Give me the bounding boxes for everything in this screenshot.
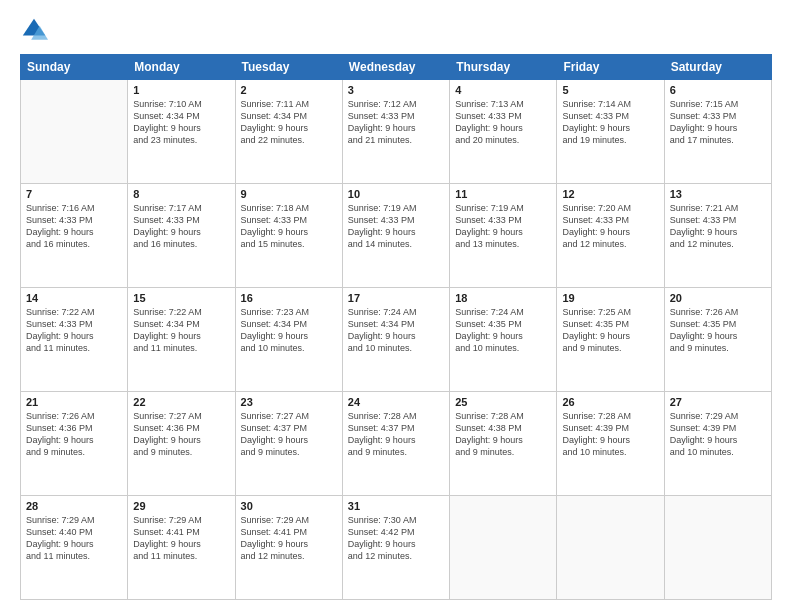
cell-info-text: Sunrise: 7:28 AM Sunset: 4:38 PM Dayligh… [455, 410, 551, 459]
cell-date-number: 10 [348, 188, 444, 200]
cell-info-text: Sunrise: 7:12 AM Sunset: 4:33 PM Dayligh… [348, 98, 444, 147]
calendar-cell: 13Sunrise: 7:21 AM Sunset: 4:33 PM Dayli… [664, 184, 771, 288]
cell-info-text: Sunrise: 7:14 AM Sunset: 4:33 PM Dayligh… [562, 98, 658, 147]
cell-date-number: 4 [455, 84, 551, 96]
cell-date-number: 21 [26, 396, 122, 408]
cell-date-number: 7 [26, 188, 122, 200]
calendar-cell: 8Sunrise: 7:17 AM Sunset: 4:33 PM Daylig… [128, 184, 235, 288]
calendar-cell: 25Sunrise: 7:28 AM Sunset: 4:38 PM Dayli… [450, 392, 557, 496]
cell-info-text: Sunrise: 7:13 AM Sunset: 4:33 PM Dayligh… [455, 98, 551, 147]
calendar-cell: 30Sunrise: 7:29 AM Sunset: 4:41 PM Dayli… [235, 496, 342, 600]
weekday-header-row: SundayMondayTuesdayWednesdayThursdayFrid… [21, 55, 772, 80]
cell-info-text: Sunrise: 7:19 AM Sunset: 4:33 PM Dayligh… [348, 202, 444, 251]
cell-info-text: Sunrise: 7:26 AM Sunset: 4:35 PM Dayligh… [670, 306, 766, 355]
header [20, 16, 772, 44]
cell-date-number: 18 [455, 292, 551, 304]
calendar-cell: 12Sunrise: 7:20 AM Sunset: 4:33 PM Dayli… [557, 184, 664, 288]
calendar-cell [557, 496, 664, 600]
cell-date-number: 29 [133, 500, 229, 512]
calendar-cell: 2Sunrise: 7:11 AM Sunset: 4:34 PM Daylig… [235, 80, 342, 184]
calendar-cell: 24Sunrise: 7:28 AM Sunset: 4:37 PM Dayli… [342, 392, 449, 496]
calendar-cell: 6Sunrise: 7:15 AM Sunset: 4:33 PM Daylig… [664, 80, 771, 184]
weekday-header-tuesday: Tuesday [235, 55, 342, 80]
calendar-cell: 21Sunrise: 7:26 AM Sunset: 4:36 PM Dayli… [21, 392, 128, 496]
cell-date-number: 16 [241, 292, 337, 304]
cell-info-text: Sunrise: 7:29 AM Sunset: 4:39 PM Dayligh… [670, 410, 766, 459]
calendar-cell: 17Sunrise: 7:24 AM Sunset: 4:34 PM Dayli… [342, 288, 449, 392]
cell-date-number: 5 [562, 84, 658, 96]
cell-info-text: Sunrise: 7:29 AM Sunset: 4:41 PM Dayligh… [133, 514, 229, 563]
cell-info-text: Sunrise: 7:23 AM Sunset: 4:34 PM Dayligh… [241, 306, 337, 355]
cell-info-text: Sunrise: 7:28 AM Sunset: 4:37 PM Dayligh… [348, 410, 444, 459]
cell-date-number: 12 [562, 188, 658, 200]
cell-date-number: 23 [241, 396, 337, 408]
calendar-cell: 20Sunrise: 7:26 AM Sunset: 4:35 PM Dayli… [664, 288, 771, 392]
cell-info-text: Sunrise: 7:22 AM Sunset: 4:33 PM Dayligh… [26, 306, 122, 355]
cell-info-text: Sunrise: 7:19 AM Sunset: 4:33 PM Dayligh… [455, 202, 551, 251]
calendar-week-row: 1Sunrise: 7:10 AM Sunset: 4:34 PM Daylig… [21, 80, 772, 184]
cell-info-text: Sunrise: 7:18 AM Sunset: 4:33 PM Dayligh… [241, 202, 337, 251]
calendar-cell: 16Sunrise: 7:23 AM Sunset: 4:34 PM Dayli… [235, 288, 342, 392]
cell-date-number: 6 [670, 84, 766, 96]
page: SundayMondayTuesdayWednesdayThursdayFrid… [0, 0, 792, 612]
calendar-cell [450, 496, 557, 600]
cell-date-number: 1 [133, 84, 229, 96]
cell-info-text: Sunrise: 7:20 AM Sunset: 4:33 PM Dayligh… [562, 202, 658, 251]
cell-date-number: 31 [348, 500, 444, 512]
cell-date-number: 25 [455, 396, 551, 408]
calendar-cell: 19Sunrise: 7:25 AM Sunset: 4:35 PM Dayli… [557, 288, 664, 392]
cell-info-text: Sunrise: 7:27 AM Sunset: 4:37 PM Dayligh… [241, 410, 337, 459]
calendar-cell [664, 496, 771, 600]
cell-info-text: Sunrise: 7:26 AM Sunset: 4:36 PM Dayligh… [26, 410, 122, 459]
cell-info-text: Sunrise: 7:24 AM Sunset: 4:35 PM Dayligh… [455, 306, 551, 355]
weekday-header-thursday: Thursday [450, 55, 557, 80]
calendar-cell: 18Sunrise: 7:24 AM Sunset: 4:35 PM Dayli… [450, 288, 557, 392]
cell-info-text: Sunrise: 7:10 AM Sunset: 4:34 PM Dayligh… [133, 98, 229, 147]
weekday-header-sunday: Sunday [21, 55, 128, 80]
calendar-cell: 4Sunrise: 7:13 AM Sunset: 4:33 PM Daylig… [450, 80, 557, 184]
calendar-cell: 22Sunrise: 7:27 AM Sunset: 4:36 PM Dayli… [128, 392, 235, 496]
logo [20, 16, 52, 44]
cell-info-text: Sunrise: 7:17 AM Sunset: 4:33 PM Dayligh… [133, 202, 229, 251]
calendar-cell: 14Sunrise: 7:22 AM Sunset: 4:33 PM Dayli… [21, 288, 128, 392]
cell-date-number: 15 [133, 292, 229, 304]
calendar-cell: 23Sunrise: 7:27 AM Sunset: 4:37 PM Dayli… [235, 392, 342, 496]
calendar-cell: 31Sunrise: 7:30 AM Sunset: 4:42 PM Dayli… [342, 496, 449, 600]
cell-info-text: Sunrise: 7:29 AM Sunset: 4:40 PM Dayligh… [26, 514, 122, 563]
calendar-cell: 26Sunrise: 7:28 AM Sunset: 4:39 PM Dayli… [557, 392, 664, 496]
calendar-cell: 3Sunrise: 7:12 AM Sunset: 4:33 PM Daylig… [342, 80, 449, 184]
weekday-header-saturday: Saturday [664, 55, 771, 80]
logo-icon [20, 16, 48, 44]
cell-date-number: 19 [562, 292, 658, 304]
cell-info-text: Sunrise: 7:28 AM Sunset: 4:39 PM Dayligh… [562, 410, 658, 459]
calendar-week-row: 7Sunrise: 7:16 AM Sunset: 4:33 PM Daylig… [21, 184, 772, 288]
cell-info-text: Sunrise: 7:24 AM Sunset: 4:34 PM Dayligh… [348, 306, 444, 355]
calendar-week-row: 21Sunrise: 7:26 AM Sunset: 4:36 PM Dayli… [21, 392, 772, 496]
cell-date-number: 28 [26, 500, 122, 512]
cell-date-number: 2 [241, 84, 337, 96]
calendar-cell: 5Sunrise: 7:14 AM Sunset: 4:33 PM Daylig… [557, 80, 664, 184]
calendar-cell: 9Sunrise: 7:18 AM Sunset: 4:33 PM Daylig… [235, 184, 342, 288]
cell-date-number: 11 [455, 188, 551, 200]
cell-date-number: 24 [348, 396, 444, 408]
calendar-cell: 29Sunrise: 7:29 AM Sunset: 4:41 PM Dayli… [128, 496, 235, 600]
cell-date-number: 20 [670, 292, 766, 304]
calendar-cell: 1Sunrise: 7:10 AM Sunset: 4:34 PM Daylig… [128, 80, 235, 184]
cell-info-text: Sunrise: 7:16 AM Sunset: 4:33 PM Dayligh… [26, 202, 122, 251]
calendar-cell: 28Sunrise: 7:29 AM Sunset: 4:40 PM Dayli… [21, 496, 128, 600]
calendar-cell: 11Sunrise: 7:19 AM Sunset: 4:33 PM Dayli… [450, 184, 557, 288]
cell-date-number: 14 [26, 292, 122, 304]
calendar-table: SundayMondayTuesdayWednesdayThursdayFrid… [20, 54, 772, 600]
cell-date-number: 17 [348, 292, 444, 304]
cell-info-text: Sunrise: 7:30 AM Sunset: 4:42 PM Dayligh… [348, 514, 444, 563]
weekday-header-monday: Monday [128, 55, 235, 80]
weekday-header-friday: Friday [557, 55, 664, 80]
cell-info-text: Sunrise: 7:25 AM Sunset: 4:35 PM Dayligh… [562, 306, 658, 355]
calendar-week-row: 14Sunrise: 7:22 AM Sunset: 4:33 PM Dayli… [21, 288, 772, 392]
cell-date-number: 27 [670, 396, 766, 408]
calendar-cell: 10Sunrise: 7:19 AM Sunset: 4:33 PM Dayli… [342, 184, 449, 288]
calendar-cell: 7Sunrise: 7:16 AM Sunset: 4:33 PM Daylig… [21, 184, 128, 288]
cell-date-number: 3 [348, 84, 444, 96]
calendar-cell: 27Sunrise: 7:29 AM Sunset: 4:39 PM Dayli… [664, 392, 771, 496]
cell-info-text: Sunrise: 7:11 AM Sunset: 4:34 PM Dayligh… [241, 98, 337, 147]
